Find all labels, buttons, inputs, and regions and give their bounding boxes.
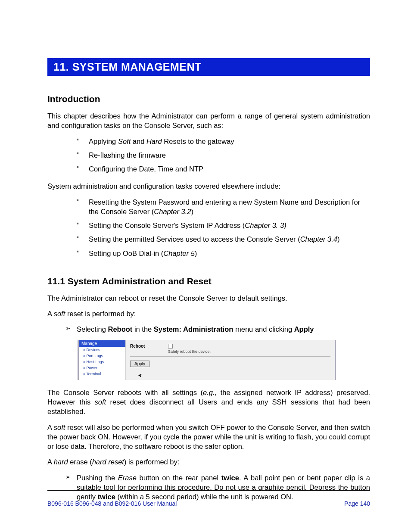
text: menu and clicking [233,325,294,333]
text-italic: Chapter 5 [163,249,194,257]
text: ) [337,235,340,243]
sidebar-header: Manage [79,340,125,347]
apply-button[interactable]: Apply [130,361,149,367]
text: Applying [89,137,118,145]
sidebar-item-port-logs[interactable]: Port Logs [79,353,125,359]
list-item: Resetting the System Password and enteri… [77,197,370,217]
section-11-1-heading: 11.1 System Administration and Reset [47,276,370,286]
text-bold: System: Administration [154,325,234,333]
intro-list-2: Resetting the System Password and enteri… [77,197,370,258]
text: ) [195,249,197,257]
footer-left: B096-016 B096-048 and B092-016 User Manu… [47,500,177,507]
text-bold: Reboot [108,325,132,333]
text-italic: soft [95,398,106,406]
list-item: Configuring the Date, Time and NTP [77,164,370,174]
text-italic: e.g., [203,389,217,396]
text: ) [191,208,194,215]
body-paragraph: A hard erase (hard reset) is performed b… [47,457,370,467]
text-italic: soft [54,423,65,431]
list-item: Setting the permitted Services used to a… [77,234,370,244]
manage-sidebar: Manage Devices Port Logs Host Logs Power… [79,340,125,380]
text: A [47,458,54,466]
body-paragraph: The Administrator can reboot or reset th… [47,293,370,303]
text-italic: hard reset [92,458,124,466]
form-divider [130,356,330,357]
text-italic: soft [54,310,65,317]
reboot-label: Reboot [130,344,168,348]
reboot-help-text: Safely reboot the device. [168,349,330,354]
text: Selecting [77,325,108,333]
text: reset will also be performed when you sw… [47,423,370,451]
text: Pushing the [77,474,118,482]
text: ) is performed by: [124,458,179,466]
text-bold: twice [221,474,239,482]
sidebar-item-power[interactable]: Power [79,365,125,371]
text-italic: Chapter 3. 3) [245,221,286,229]
list-item: Setting the Console Server's System IP A… [77,221,370,230]
sidebar-item-terminal[interactable]: Terminal [79,371,125,377]
text: button on the rear panel [137,474,221,482]
intro-paragraph-2: System administration and configuration … [47,181,370,191]
list-item: Setting up OoB Dial-in (Chapter 5) [77,249,370,258]
sidebar-item-devices[interactable]: Devices [79,347,125,353]
list-item: Selecting Reboot in the System: Administ… [65,324,370,334]
text-bold: Apply [294,325,314,333]
text-italic: Chapter 3.4 [300,235,337,243]
footer-right: Page 140 [344,500,370,507]
text: Resets to the gateway [162,137,234,145]
list-item: Applying Soft and Hard Resets to the gat… [77,137,370,146]
sidebar-item-host-logs[interactable]: Host Logs [79,359,125,365]
text: Setting the permitted Services used to a… [89,235,300,243]
text-italic: hard [54,458,68,466]
text: and [131,137,146,145]
cursor-icon: ➤ [137,372,143,379]
text: A [47,423,54,431]
text: The Console Server reboots with all sett… [47,389,203,396]
chapter-title-bar: 11. SYSTEM MANAGEMENT [47,58,370,76]
footer-rule [47,490,370,491]
text-italic: Soft [118,137,131,145]
body-paragraph: A soft reset is performed by: [47,309,370,318]
text-italic: Erase [118,474,137,482]
arrow-list: Selecting Reboot in the System: Administ… [65,324,370,334]
text-italic: Hard [146,137,162,145]
text: Setting the Console Server's System IP A… [89,221,245,229]
screenshot-border [335,340,336,380]
reboot-checkbox[interactable] [168,344,173,348]
intro-heading: Introduction [47,94,370,104]
text-italic: Chapter 3.2 [154,208,191,215]
body-paragraph: The Console Server reboots with all sett… [47,388,370,417]
text: erase ( [68,458,92,466]
text: reset is performed by: [65,310,136,317]
ui-screenshot: Manage Devices Port Logs Host Logs Power… [78,340,336,380]
text: in the [132,325,154,333]
intro-list-1: Applying Soft and Hard Resets to the gat… [77,137,370,174]
text: Resetting the System Password and enteri… [89,198,360,215]
body-paragraph: A soft reset will also be performed when… [47,423,370,451]
intro-paragraph-1: This chapter describes how the Administr… [47,111,370,131]
page-footer: B096-016 B096-048 and B092-016 User Manu… [47,490,370,507]
form-panel: Reboot Safely reboot the device. Apply ➤ [125,340,335,380]
text: Setting up OoB Dial-in ( [89,249,163,257]
text: A [47,310,54,317]
list-item: Re-flashing the firmware [77,150,370,160]
